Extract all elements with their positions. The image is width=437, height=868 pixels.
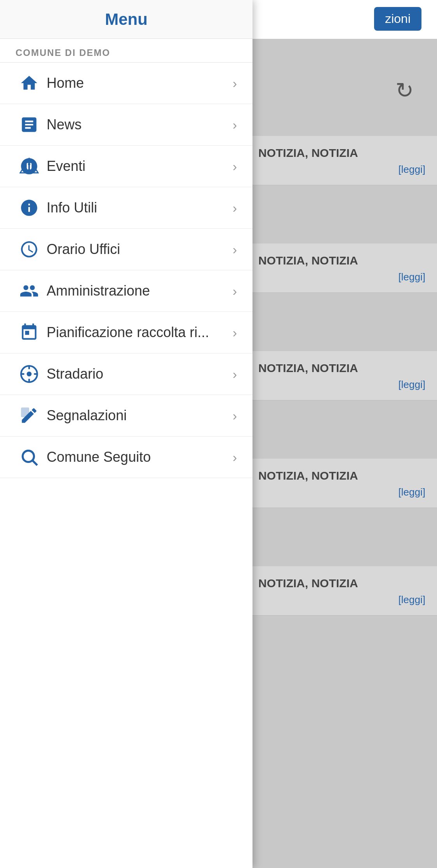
svg-point-3 (31, 168, 33, 170)
menu-items-list: Home › News › (0, 63, 252, 478)
bg-news-list: NOTIZIA, NOTIZIA [leggi] NOTIZIA, NOTIZI… (247, 136, 437, 616)
chevron-right-icon-segnalazioni: › (233, 408, 237, 423)
sidebar-item-amministrazione[interactable]: Amministrazione › (0, 270, 252, 312)
sidebar-item-label-pianificazione: Pianificazione raccolta ri... (47, 324, 229, 341)
chevron-right-icon-admin: › (233, 284, 237, 299)
chevron-right-icon-pianificazione: › (233, 325, 237, 340)
bg-news-title-3: NOTIZIA, NOTIZIA (258, 360, 425, 376)
bg-news-card-4: NOTIZIA, NOTIZIA [leggi] (247, 459, 437, 508)
sidebar-item-pianificazione[interactable]: Pianificazione raccolta ri... › (0, 312, 252, 353)
clock-icon (16, 240, 43, 259)
refresh-icon[interactable]: ↻ (395, 78, 414, 103)
search-icon (16, 447, 43, 467)
svg-point-5 (27, 372, 32, 377)
bg-news-link-3[interactable]: [leggi] (258, 379, 425, 391)
bg-news-card-5: NOTIZIA, NOTIZIA [leggi] (247, 566, 437, 616)
sidebar-item-home[interactable]: Home › (0, 63, 252, 104)
chevron-right-icon-info: › (233, 200, 237, 216)
menu-header: Menu (0, 0, 252, 39)
svg-marker-0 (20, 158, 38, 173)
svg-point-1 (28, 163, 30, 165)
bg-news-link-2[interactable]: [leggi] (258, 271, 425, 283)
bg-news-card-1: NOTIZIA, NOTIZIA [leggi] (247, 136, 437, 185)
bg-news-title-2: NOTIZIA, NOTIZIA (258, 253, 425, 268)
sidebar-item-label-stradario: Stradario (47, 366, 229, 382)
map-icon (16, 364, 43, 384)
calendar-icon (16, 323, 43, 342)
home-icon (16, 73, 43, 93)
bg-news-link-4[interactable]: [leggi] (258, 486, 425, 498)
news-icon (16, 115, 43, 134)
sidebar-item-label-home: Home (47, 75, 229, 91)
chevron-right-icon-orario: › (233, 242, 237, 257)
bg-news-title-1: NOTIZIA, NOTIZIA (258, 145, 425, 160)
chevron-right-icon-news: › (233, 117, 237, 132)
sidebar-item-label-info-utili: Info Utili (47, 200, 229, 216)
menu-section-label: COMUNE DI DEMO (0, 39, 252, 63)
svg-point-11 (23, 451, 34, 462)
sidebar-item-info-utili[interactable]: Info Utili › (0, 187, 252, 229)
svg-line-12 (33, 461, 37, 465)
bg-news-link-1[interactable]: [leggi] (258, 164, 425, 176)
admin-icon (16, 281, 43, 301)
sidebar-item-stradario[interactable]: Stradario › (0, 353, 252, 395)
sidebar-item-label-comune-seguito: Comune Seguito (47, 449, 229, 465)
eventi-icon (16, 157, 43, 176)
bg-news-link-5[interactable]: [leggi] (258, 594, 425, 606)
chevron-right-icon-comune: › (233, 450, 237, 465)
sidebar-item-label-segnalazioni: Segnalazioni (47, 407, 229, 424)
sidebar-item-comune-seguito[interactable]: Comune Seguito › (0, 437, 252, 478)
sidebar-item-eventi[interactable]: Eventi › (0, 146, 252, 187)
svg-point-2 (25, 168, 27, 170)
bg-header-button[interactable]: zioni (374, 7, 421, 31)
sidebar-item-label-orario-uffici: Orario Uffici (47, 241, 229, 257)
bg-news-title-5: NOTIZIA, NOTIZIA (258, 576, 425, 591)
bg-news-title-4: NOTIZIA, NOTIZIA (258, 468, 425, 483)
menu-overlay: Menu COMUNE DI DEMO Home › News › (0, 0, 252, 868)
svg-rect-10 (21, 407, 29, 417)
sidebar-item-news[interactable]: News › (0, 104, 252, 146)
sidebar-item-label-amministrazione: Amministrazione (47, 283, 229, 299)
sidebar-item-orario-uffici[interactable]: Orario Uffici › (0, 229, 252, 270)
menu-title: Menu (105, 10, 148, 29)
chevron-right-icon-eventi: › (233, 159, 237, 174)
sidebar-item-label-eventi: Eventi (47, 158, 229, 174)
info-icon (16, 198, 43, 217)
edit-icon (16, 406, 43, 425)
bg-news-card-2: NOTIZIA, NOTIZIA [leggi] (247, 244, 437, 293)
sidebar-item-segnalazioni[interactable]: Segnalazioni › (0, 395, 252, 437)
chevron-right-icon-stradario: › (233, 367, 237, 382)
sidebar-item-label-news: News (47, 117, 229, 133)
chevron-right-icon: › (233, 76, 237, 91)
bg-news-card-3: NOTIZIA, NOTIZIA [leggi] (247, 351, 437, 400)
